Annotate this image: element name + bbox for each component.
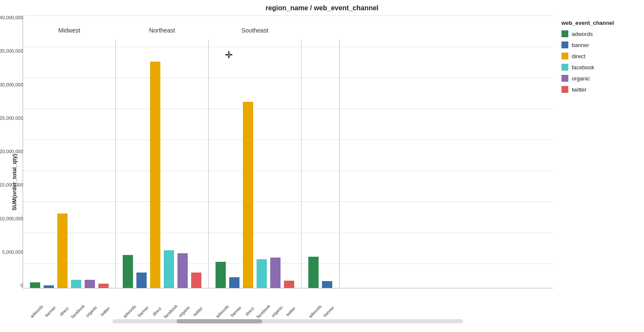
bar-Northeast-direct [150,62,160,288]
scrollbar-thumb[interactable] [177,319,262,323]
legend-color-adwords [561,30,568,37]
bar-Midwest-direct [57,213,68,288]
region-group-Midwest: Midwestadwordsbannerdirectfacebookorgani… [23,40,116,288]
region-group-Southeast: Southeastadwordsbannerdirectfacebookorga… [209,40,301,288]
bar-Northeast-facebook [164,250,174,288]
bar-Northeast-banner [136,273,147,288]
bar-group--banner: banner [322,40,332,288]
bar-group-Northeast-twitter: twitter [191,40,201,288]
bar-group-Southeast-facebook: facebook [257,40,267,288]
bar-Southeast-facebook [257,259,267,288]
bar-group-Midwest-banner: banner [44,40,54,288]
region-group-Northeast: Northeastadwordsbannerdirectfacebookorga… [116,40,209,288]
region-label-Midwest: Midwest [23,27,115,34]
y-axis-label: SUM(order_total_qty) [6,15,23,323]
bar-group-Northeast-organic: organic [177,40,188,288]
bar-group-Southeast-twitter: twitter [284,40,294,288]
bar-group-Southeast-organic: organic [270,40,281,288]
bar-Midwest-adwords [30,282,40,288]
legend-label-twitter: twitter [572,86,587,93]
legend-label-organic: organic [572,75,590,82]
bar-Midwest-banner [44,285,54,288]
bar-Southeast-twitter [284,281,294,288]
legend-label-banner: banner [572,42,589,48]
bar-group-Northeast-banner: banner [136,40,147,288]
bar-group-Midwest-adwords: adwords [30,40,40,288]
bar-group-Northeast-direct: direct [150,40,160,288]
legend-color-organic [561,75,568,82]
bar-group-Southeast-adwords: adwords [216,40,226,288]
legend-title: web_event_channel [561,20,614,26]
bar-Northeast-adwords [123,255,133,288]
bar-Northeast-organic [177,253,188,288]
chart-area: SUM(order_total_qty) 40,000,00035,000,00… [6,15,638,323]
bar-Southeast-banner [229,277,239,288]
bar-group-Midwest-direct: direct [57,40,68,288]
region-group-extra: adwordsbanner [301,40,340,288]
bar-group-Midwest-facebook: facebook [71,40,81,288]
legend-label-direct: direct [572,53,585,59]
bar-group-Southeast-banner: banner [229,40,239,288]
chart-title: region_name / web_event_channel [266,4,378,12]
legend-item-adwords: adwords [561,30,594,37]
legend-color-facebook [561,64,568,71]
legend-color-direct [561,53,568,59]
legend-color-twitter [561,86,568,93]
bar-Southeast-organic [270,258,281,288]
bar-Midwest-facebook [71,280,81,288]
chart-main: 40,000,00035,000,00030,000,00025,000,000… [23,15,553,323]
legend-item-twitter: twitter [561,86,594,93]
bar--banner [322,281,332,288]
bar-Northeast-twitter [191,273,201,288]
legend-item-facebook: facebook [561,64,594,71]
bar-group--adwords: adwords [308,40,319,288]
bar--adwords [308,257,319,288]
legend: web_event_channel adwords banner direct … [553,15,638,323]
bar-group-Southeast-direct: direct [243,40,253,288]
region-label-Northeast: Northeast [116,27,208,34]
legend-item-organic: organic [561,75,594,82]
scrollbar-area[interactable] [23,318,553,323]
bar-Midwest-twitter [98,284,109,288]
region-label-Southeast: Southeast [209,27,301,34]
x-labels-row [23,288,553,318]
bar-Midwest-organic [85,280,95,288]
bar-Southeast-direct [243,102,253,288]
legend-color-banner [561,42,568,48]
bar-Southeast-adwords [216,262,226,288]
legend-label-adwords: adwords [572,31,593,37]
chart-plot: 40,000,00035,000,00030,000,00025,000,000… [23,15,553,288]
scrollbar-track[interactable] [112,319,463,323]
legend-item-direct: direct [561,53,594,59]
bar-group-Northeast-facebook: facebook [164,40,174,288]
bar-group-Midwest-twitter: twitter [98,40,109,288]
legend-item-banner: banner [561,42,594,48]
bar-group-Northeast-adwords: adwords [123,40,133,288]
legend-label-facebook: facebook [572,64,594,71]
grid-line [23,15,553,16]
bar-group-Midwest-organic: organic [85,40,95,288]
